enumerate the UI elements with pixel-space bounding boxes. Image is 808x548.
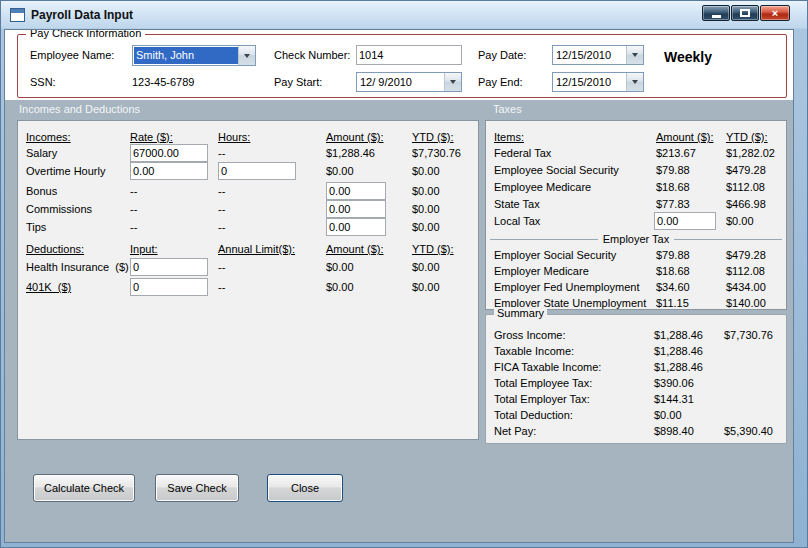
ytd-value: $5,390.40: [724, 425, 773, 437]
row-label: Bonus: [26, 185, 57, 197]
pay-start-picker[interactable]: 12/ 9/2010: [356, 72, 462, 92]
ytd-value: $0.00: [412, 281, 440, 293]
ytd-value: $140.00: [726, 297, 766, 309]
row-label: Total Employee Tax:: [494, 377, 592, 389]
employer-tax-group-label: Employer Tax: [603, 233, 669, 245]
column-header: Amount ($):: [656, 131, 713, 143]
tax-row-local: Local Tax $0.00: [486, 213, 786, 231]
amount-value: $0.00: [326, 165, 354, 177]
amount-value: $213.67: [656, 147, 696, 159]
pay-end-picker[interactable]: 12/15/2010: [552, 72, 644, 92]
row-label: Employee Social Security: [494, 164, 619, 176]
tips-amount-input[interactable]: [326, 218, 386, 236]
column-header: Rate ($):: [130, 131, 173, 143]
tax-row-employee-medicare: Employee Medicare $18.68 $112.08: [486, 179, 786, 197]
pay-end-value: 12/15/2010: [553, 73, 626, 91]
caption-buttons: ×: [702, 5, 790, 21]
row-label: Total Deduction:: [494, 409, 573, 421]
close-window-button[interactable]: ×: [760, 5, 790, 21]
ytd-value: $0.00: [412, 185, 440, 197]
check-number-input[interactable]: [356, 45, 462, 65]
maximize-button[interactable]: [731, 5, 759, 21]
ssn-value: 123-45-6789: [132, 76, 194, 88]
overtime-hours-input[interactable]: [218, 162, 296, 180]
column-header: Items:: [494, 131, 524, 143]
column-header: Input:: [130, 243, 158, 255]
pay-start-label: Pay Start:: [274, 76, 322, 88]
calculate-check-button[interactable]: Calculate Check: [33, 474, 135, 502]
amount-value: $34.60: [656, 281, 690, 293]
summary-group: Summary Gross Income: $1,288.46 $7,730.7…: [485, 314, 787, 444]
maximize-icon: [740, 9, 750, 17]
ytd-value: $0.00: [412, 221, 440, 233]
health-insurance-input[interactable]: [130, 258, 208, 276]
amount-value: $0.00: [326, 281, 354, 293]
pay-date-value: 12/15/2010: [553, 46, 626, 64]
ytd-value: $0.00: [412, 165, 440, 177]
hours-value: --: [218, 221, 225, 233]
commissions-amount-input[interactable]: [326, 200, 386, 218]
incomes-deductions-panel: Incomes: Rate ($): Hours: Amount ($): YT…: [17, 120, 479, 440]
401k-input[interactable]: [130, 278, 208, 296]
amount-value: $390.06: [654, 377, 694, 389]
row-label: Overtime Hourly: [26, 165, 105, 177]
ytd-value: $479.28: [726, 164, 766, 176]
salary-rate-input[interactable]: [130, 144, 208, 162]
ytd-value: $7,730.76: [412, 147, 461, 159]
row-label: Health Insurance ($): [26, 261, 129, 273]
paycheck-info-group: Pay Check Information Employee Name: Smi…: [17, 34, 787, 98]
local-tax-input[interactable]: [654, 212, 716, 230]
limit-value: --: [218, 281, 225, 293]
amount-value: $0.00: [654, 409, 682, 421]
chevron-down-icon: [632, 53, 638, 57]
column-header: Amount ($):: [326, 131, 383, 143]
amount-value: $1,288.46: [654, 329, 703, 341]
save-check-button[interactable]: Save Check: [155, 474, 239, 502]
paycheck-info-legend: Pay Check Information: [26, 29, 145, 39]
minimize-button[interactable]: [702, 5, 730, 21]
section-header-incomes-deductions: Incomes and Deductions: [19, 103, 140, 115]
rate-value: --: [130, 221, 137, 233]
check-number-label: Check Number:: [274, 49, 350, 61]
ytd-value: $7,730.76: [724, 329, 773, 341]
close-button[interactable]: Close: [267, 474, 343, 502]
row-label: Employer Medicare: [494, 265, 589, 277]
tax-row-employee-ss: Employee Social Security $79.88 $479.28: [486, 162, 786, 180]
bonus-amount-input[interactable]: [326, 182, 386, 200]
employee-name-combobox[interactable]: Smith, John: [132, 45, 256, 66]
column-header: YTD ($):: [412, 243, 454, 255]
pay-frequency-label: Weekly: [664, 49, 712, 65]
tax-row-state: State Tax $77.83 $466.98: [486, 196, 786, 214]
separator-line: [490, 239, 598, 240]
amount-value: $11.15: [656, 297, 689, 309]
ssn-label: SSN:: [30, 76, 56, 88]
amount-value: $1,288.46: [654, 361, 703, 373]
chevron-down-icon: [450, 80, 456, 84]
rate-value: --: [130, 203, 137, 215]
dropdown-button: [626, 46, 643, 64]
row-label: Local Tax: [494, 215, 540, 227]
pay-date-picker[interactable]: 12/15/2010: [552, 45, 644, 65]
deduction-row-health-insurance: Health Insurance ($) -- $0.00 $0.00: [18, 259, 478, 277]
employee-name-value: Smith, John: [134, 47, 238, 64]
deduction-row-401k: 401K ($) -- $0.00 $0.00: [18, 279, 478, 297]
column-header: Amount ($):: [326, 243, 383, 255]
column-header: Annual Limit($):: [218, 243, 295, 255]
row-label: Salary: [26, 147, 57, 159]
ytd-value: $479.28: [726, 249, 766, 261]
hours-value: --: [218, 185, 225, 197]
ytd-value: $0.00: [412, 261, 440, 273]
chevron-down-icon: [244, 54, 250, 58]
ytd-value: $0.00: [726, 215, 754, 227]
form-client-area: Pay Check Information Employee Name: Smi…: [4, 29, 794, 543]
employee-name-label: Employee Name:: [30, 49, 114, 61]
overtime-rate-input[interactable]: [130, 162, 208, 180]
taxes-panel: Items: Amount ($): YTD ($): Federal Tax …: [485, 120, 787, 310]
row-label: Gross Income:: [494, 329, 566, 341]
column-header: YTD ($):: [726, 131, 768, 143]
chevron-down-icon: [632, 80, 638, 84]
amount-value: $0.00: [326, 261, 354, 273]
summary-row-net-pay: Net Pay: $898.40 $5,390.40: [486, 423, 786, 441]
row-label: FICA Taxable Income:: [494, 361, 601, 373]
amount-value: $79.88: [656, 164, 690, 176]
